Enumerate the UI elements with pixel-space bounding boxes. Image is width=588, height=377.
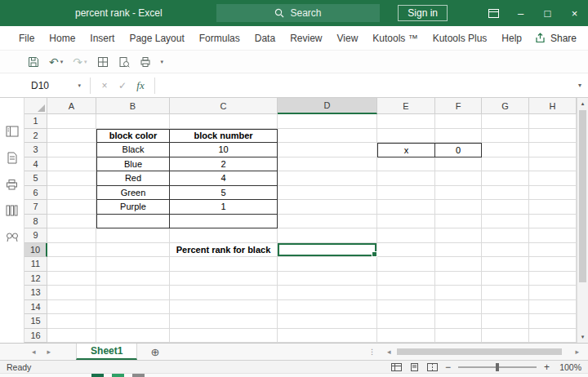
cell-G1[interactable] [482,114,529,129]
cell-C12[interactable] [170,272,278,286]
cell-G4[interactable] [482,157,529,172]
search-box[interactable]: Search [216,4,380,22]
cell-H4[interactable] [529,157,577,172]
cell-C3[interactable]: 10 [170,143,278,157]
horizontal-scroll-thumb[interactable] [397,348,562,355]
cell-H13[interactable] [529,286,577,300]
normal-view-button[interactable] [391,363,402,371]
cell-A16[interactable] [47,329,96,344]
cell-E2[interactable] [377,129,435,144]
zoom-slider-thumb[interactable] [496,363,499,371]
row-header-14[interactable]: 14 [24,300,47,315]
cell-C10[interactable]: Percent rank for black [170,243,278,258]
maximize-button[interactable]: □ [534,0,561,26]
cell-B10[interactable] [96,243,170,258]
cell-H12[interactable] [529,272,577,286]
cell-E11[interactable] [377,257,435,272]
cell-A14[interactable] [47,300,96,315]
sign-in-button[interactable]: Sign in [398,5,448,21]
column-header-E[interactable]: E [377,98,435,114]
taskbar-app-icon[interactable] [132,374,145,377]
cell-A3[interactable] [47,143,96,157]
quick-print-button[interactable] [136,55,154,69]
cell-F16[interactable] [435,329,482,344]
cell-E5[interactable] [377,171,435,186]
cell-E9[interactable] [377,228,435,243]
cell-E7[interactable] [377,200,435,215]
cell-D4[interactable] [278,157,377,172]
cell-A6[interactable] [47,186,96,201]
cell-D14[interactable] [278,300,377,315]
cell-A5[interactable] [47,171,96,186]
pane-document-icon[interactable] [7,152,18,167]
cell-A13[interactable] [47,286,96,300]
sheet-nav-right-button[interactable]: ▸ [42,348,57,356]
cell-E12[interactable] [377,272,435,286]
menu-tab-kutools[interactable]: Kutools ™ [365,26,425,50]
cell-C14[interactable] [170,300,278,315]
customize-qat-button[interactable]: ▾ [158,57,167,67]
cell-F5[interactable] [435,171,482,186]
menu-tab-help[interactable]: Help [494,26,529,50]
column-header-D[interactable]: D [278,98,377,114]
cell-E14[interactable] [377,300,435,315]
confirm-entry-button[interactable]: ✓ [114,80,131,91]
cancel-entry-button[interactable]: × [96,80,114,91]
row-header-6[interactable]: 6 [24,186,47,201]
cell-B9[interactable] [96,228,170,243]
cell-D15[interactable] [278,314,377,329]
row-header-4[interactable]: 4 [24,157,47,172]
cell-D6[interactable] [278,186,377,201]
name-box[interactable]: D10 ▾ [24,77,85,95]
column-header-B[interactable]: B [96,98,170,114]
cell-D10[interactable] [278,243,377,258]
cell-C1[interactable] [170,114,278,129]
cell-B15[interactable] [96,314,170,329]
cell-H5[interactable] [529,171,577,186]
taskbar-app-icon[interactable] [91,374,104,377]
pane-workbook-icon[interactable] [6,126,19,140]
cell-A9[interactable] [47,228,96,243]
cell-D1[interactable] [278,114,377,129]
scroll-down-button[interactable]: ▾ [577,331,588,343]
column-header-F[interactable]: F [435,98,482,114]
cell-F11[interactable] [435,257,482,272]
cell-G5[interactable] [482,171,529,186]
zoom-level[interactable]: 100% [557,362,581,372]
cell-A10[interactable] [47,243,96,258]
cell-B11[interactable] [96,257,170,272]
vertical-scrollbar[interactable]: ▴ ▾ [577,98,588,343]
cell-B6[interactable]: Green [96,186,170,201]
row-header-2[interactable]: 2 [24,129,47,144]
row-header-12[interactable]: 12 [24,272,47,286]
cell-G2[interactable] [482,129,529,144]
vertical-scroll-thumb[interactable] [579,110,586,282]
cell-H2[interactable] [529,129,577,144]
tab-splitter-handle[interactable]: ⋮ [363,348,381,356]
cell-G12[interactable] [482,272,529,286]
menu-tab-data[interactable]: Data [247,26,283,50]
select-all-button[interactable] [24,98,47,114]
cell-F13[interactable] [435,286,482,300]
menu-tab-page-layout[interactable]: Page Layout [122,26,191,50]
cell-H16[interactable] [529,329,577,344]
cell-H6[interactable] [529,186,577,201]
cell-D13[interactable] [278,286,377,300]
page-layout-view-button[interactable] [409,363,420,371]
cell-F12[interactable] [435,272,482,286]
row-header-11[interactable]: 11 [24,257,47,272]
row-header-1[interactable]: 1 [24,114,47,129]
cell-C7[interactable]: 1 [170,200,278,215]
cell-B16[interactable] [96,329,170,344]
cell-H3[interactable] [529,143,577,157]
menu-tab-formulas[interactable]: Formulas [192,26,247,50]
cell-E8[interactable] [377,215,435,229]
ribbon-display-options-button[interactable] [480,0,507,26]
cell-C5[interactable]: 4 [170,171,278,186]
cell-B1[interactable] [96,114,170,129]
zoom-out-button[interactable]: − [445,361,451,373]
cell-E4[interactable] [377,157,435,172]
cell-C2[interactable]: block number [170,129,278,144]
cell-D7[interactable] [278,200,377,215]
cell-A4[interactable] [47,157,96,172]
